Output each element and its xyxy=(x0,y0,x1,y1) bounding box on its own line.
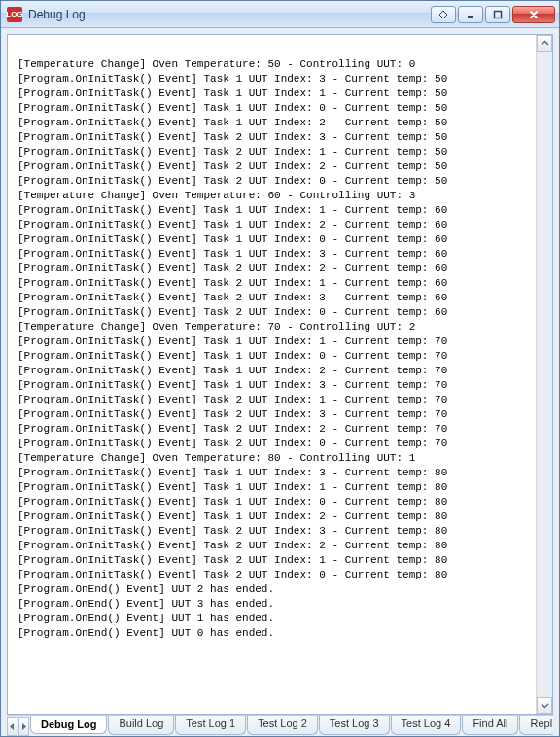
log-line: [Program.OnInitTask() Event] Task 2 UUT … xyxy=(18,539,532,553)
log-line: [Program.OnEnd() Event] UUT 3 has ended. xyxy=(18,597,532,612)
close-button[interactable] xyxy=(512,6,555,23)
log-line: [Temperature Change] Oven Temperature: 8… xyxy=(18,451,532,466)
log-line: [Program.OnInitTask() Event] Task 1 UUT … xyxy=(18,247,532,262)
triangle-left-icon xyxy=(8,722,17,731)
tab-scroll-right-button[interactable] xyxy=(18,717,29,736)
log-line: [Program.OnInitTask() Event] Task 2 UUT … xyxy=(18,291,532,305)
log-frame: [Temperature Change] Oven Temperature: 5… xyxy=(7,34,553,715)
log-line: [Program.OnInitTask() Event] Task 2 UUT … xyxy=(18,422,532,437)
tab-test-log-2[interactable]: Test Log 2 xyxy=(247,716,318,735)
log-line: [Temperature Change] Oven Temperature: 6… xyxy=(18,189,532,203)
log-line: [Program.OnInitTask() Event] Task 2 UUT … xyxy=(18,393,532,407)
log-line: [Program.OnEnd() Event] UUT 1 has ended. xyxy=(18,612,532,626)
log-line: [Program.OnInitTask() Event] Task 2 UUT … xyxy=(18,262,532,276)
log-line: [Program.OnInitTask() Event] Task 2 UUT … xyxy=(18,145,532,159)
log-line: [Program.OnInitTask() Event] Task 1 UUT … xyxy=(18,87,532,101)
diamond-icon xyxy=(438,10,448,19)
log-line: [Program.OnInitTask() Event] Task 1 UUT … xyxy=(18,232,532,247)
log-line: [Program.OnInitTask() Event] Task 1 UUT … xyxy=(18,480,532,495)
log-line: [Program.OnInitTask() Event] Task 1 UUT … xyxy=(18,203,532,218)
window-buttons xyxy=(431,6,555,23)
log-line: [Program.OnInitTask() Event] Task 1 UUT … xyxy=(18,218,532,232)
log-line: [Program.OnInitTask() Event] Task 2 UUT … xyxy=(18,174,532,189)
chevron-down-icon xyxy=(541,701,549,710)
log-line: [Program.OnInitTask() Event] Task 1 UUT … xyxy=(18,509,532,524)
tab-test-log-3[interactable]: Test Log 3 xyxy=(319,716,390,735)
window-title: Debug Log xyxy=(28,8,431,21)
maximize-icon xyxy=(493,10,503,19)
content-wrap: [Temperature Change] Oven Temperature: 5… xyxy=(1,28,559,736)
log-line xyxy=(18,43,532,57)
minimize-button[interactable] xyxy=(458,6,483,23)
tab-repl[interactable]: Repl xyxy=(519,716,553,735)
tab-build-log[interactable]: Build Log xyxy=(108,716,174,735)
log-output[interactable]: [Temperature Change] Oven Temperature: 5… xyxy=(8,35,536,714)
maximize-button[interactable] xyxy=(485,6,510,23)
titlebar[interactable]: LOG Debug Log xyxy=(1,1,559,28)
log-line: [Program.OnInitTask() Event] Task 2 UUT … xyxy=(18,568,532,582)
log-line: [Temperature Change] Oven Temperature: 7… xyxy=(18,320,532,334)
tab-debug-log[interactable]: Debug Log xyxy=(30,715,107,734)
log-line: [Program.OnInitTask() Event] Task 1 UUT … xyxy=(18,349,532,364)
log-line: [Program.OnInitTask() Event] Task 2 UUT … xyxy=(18,276,532,291)
log-line: [Program.OnInitTask() Event] Task 2 UUT … xyxy=(18,130,532,145)
minimize-icon xyxy=(466,10,475,19)
scroll-down-button[interactable] xyxy=(537,697,552,714)
log-line: [Program.OnInitTask() Event] Task 1 UUT … xyxy=(18,364,532,378)
log-line: [Program.OnInitTask() Event] Task 1 UUT … xyxy=(18,378,532,393)
log-line: [Program.OnInitTask() Event] Task 1 UUT … xyxy=(18,116,532,130)
triangle-right-icon xyxy=(19,722,28,731)
log-line: [Program.OnInitTask() Event] Task 1 UUT … xyxy=(18,466,532,480)
log-line: [Program.OnInitTask() Event] Task 1 UUT … xyxy=(18,495,532,509)
tabs-container: Debug LogBuild LogTest Log 1Test Log 2Te… xyxy=(30,717,553,736)
log-line: [Program.OnInitTask() Event] Task 1 UUT … xyxy=(18,334,532,349)
log-line: [Program.OnInitTask() Event] Task 2 UUT … xyxy=(18,437,532,451)
log-line: [Program.OnInitTask() Event] Task 2 UUT … xyxy=(18,159,532,174)
scrollbar-track[interactable] xyxy=(537,52,552,697)
log-line: [Program.OnInitTask() Event] Task 1 UUT … xyxy=(18,101,532,116)
options-button[interactable] xyxy=(431,6,456,23)
window-frame: LOG Debug Log [Temperature Change] Oven … xyxy=(0,0,560,737)
vertical-scrollbar[interactable] xyxy=(536,35,552,714)
log-line: [Program.OnInitTask() Event] Task 2 UUT … xyxy=(18,407,532,422)
log-line: [Program.OnInitTask() Event] Task 2 UUT … xyxy=(18,553,532,568)
tab-bar: Debug LogBuild LogTest Log 1Test Log 2Te… xyxy=(7,715,553,736)
log-line: [Temperature Change] Oven Temperature: 5… xyxy=(18,57,532,72)
log-line: [Program.OnInitTask() Event] Task 2 UUT … xyxy=(18,305,532,320)
tab-scroll-left-button[interactable] xyxy=(7,717,18,736)
chevron-up-icon xyxy=(541,39,549,48)
close-icon xyxy=(528,10,540,19)
scroll-up-button[interactable] xyxy=(537,35,552,52)
log-line: [Program.OnInitTask() Event] Task 2 UUT … xyxy=(18,524,532,539)
log-line: [Program.OnEnd() Event] UUT 2 has ended. xyxy=(18,582,532,597)
tab-test-log-4[interactable]: Test Log 4 xyxy=(391,716,462,735)
log-line: [Program.OnEnd() Event] UUT 0 has ended. xyxy=(18,626,532,641)
log-line: [Program.OnInitTask() Event] Task 1 UUT … xyxy=(18,72,532,87)
svg-rect-1 xyxy=(495,11,502,18)
tab-test-log-1[interactable]: Test Log 1 xyxy=(175,716,246,735)
tab-find-all[interactable]: Find All xyxy=(462,716,518,735)
app-icon: LOG xyxy=(7,7,22,22)
